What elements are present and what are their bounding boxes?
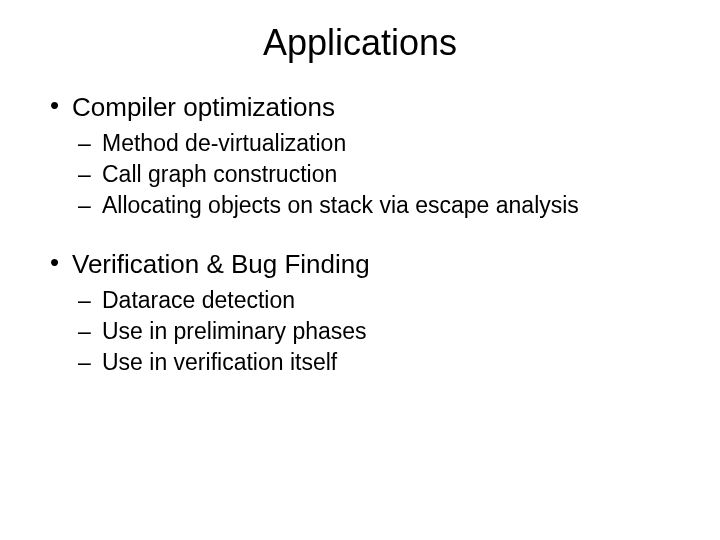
bullet-level2: Datarace detection bbox=[78, 286, 680, 315]
bullet-level2: Allocating objects on stack via escape a… bbox=[78, 191, 680, 220]
slide-content: Compiler optimizations Method de-virtual… bbox=[0, 92, 720, 377]
bullet-level1: Verification & Bug Finding bbox=[50, 249, 680, 280]
bullet-level1: Compiler optimizations bbox=[50, 92, 680, 123]
bullet-level2: Call graph construction bbox=[78, 160, 680, 189]
slide-title: Applications bbox=[0, 22, 720, 64]
bullet-level2: Use in verification itself bbox=[78, 348, 680, 377]
bullet-level2: Method de-virtualization bbox=[78, 129, 680, 158]
bullet-level2: Use in preliminary phases bbox=[78, 317, 680, 346]
bullet-group: Compiler optimizations Method de-virtual… bbox=[50, 92, 680, 219]
slide: Applications Compiler optimizations Meth… bbox=[0, 22, 720, 540]
bullet-group: Verification & Bug Finding Datarace dete… bbox=[50, 249, 680, 376]
